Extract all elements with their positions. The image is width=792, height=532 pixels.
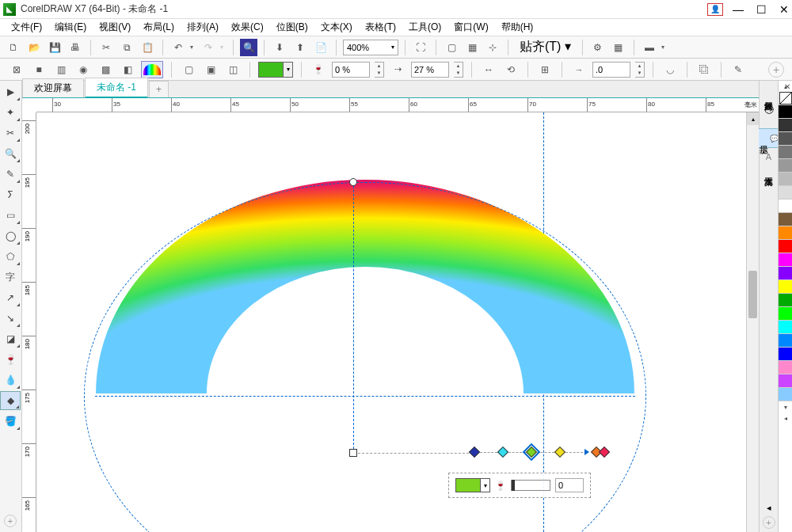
swatch-16[interactable]	[779, 321, 792, 334]
docker-lens[interactable]: 透镜	[761, 117, 776, 127]
menu-layout[interactable]: 布局(L)	[139, 19, 179, 36]
tab-welcome[interactable]: 欢迎屏幕	[22, 78, 84, 97]
swatch-0[interactable]	[779, 105, 792, 119]
mirror-fill-button[interactable]: ⟲	[502, 61, 520, 78]
no-fill-button[interactable]: ⊠	[8, 61, 25, 78]
menu-file[interactable]: 文件(F)	[6, 19, 47, 36]
swatch-6[interactable]	[779, 186, 792, 200]
menu-tools[interactable]: 工具(O)	[404, 19, 446, 36]
swatch-17[interactable]	[779, 334, 792, 348]
smooth-button[interactable]: ◡	[661, 61, 679, 78]
palette-down-button[interactable]: ▾	[779, 401, 792, 412]
swatch-none[interactable]	[779, 92, 792, 105]
top-node-handle[interactable]	[349, 178, 357, 186]
swatch-10[interactable]	[779, 240, 792, 253]
gradient-start-handle[interactable]	[349, 449, 357, 457]
quick-customize-button[interactable]: +	[0, 511, 21, 530]
conical-fill-button[interactable]: ▩	[97, 61, 114, 78]
uniform-fill-button[interactable]: ■	[30, 61, 48, 78]
swatch-18[interactable]	[779, 348, 792, 361]
close-button[interactable]: ✕	[779, 3, 789, 16]
transparency-tool[interactable]: 🍷	[0, 350, 21, 369]
open-button[interactable]: 📂	[25, 39, 43, 56]
undo-button[interactable]: ↶	[169, 39, 187, 56]
position-input[interactable]: 27 %	[411, 62, 449, 78]
new-button[interactable]: 🗋	[5, 39, 22, 56]
edit-fill-button[interactable]: ✎	[729, 61, 747, 78]
zoom-level-select[interactable]: 400%▾	[343, 40, 398, 55]
crop-tool[interactable]: ✂	[0, 124, 21, 142]
docker-obj-icon[interactable]: ◯	[762, 101, 776, 116]
cut-button[interactable]: ✂	[97, 39, 115, 56]
docker-add-button[interactable]: +	[763, 516, 775, 529]
menu-effects[interactable]: 效果(C)	[227, 19, 268, 36]
grad-stop-3[interactable]	[526, 446, 537, 458]
swatch-11[interactable]	[779, 253, 792, 267]
snap-menu[interactable]: 贴齐(T) ▾	[515, 37, 576, 57]
menu-bitmaps[interactable]: 位图(B)	[272, 19, 313, 36]
redo-button[interactable]: ↷	[200, 39, 217, 56]
color-eyedropper-tool[interactable]: 💧	[0, 370, 21, 390]
fullscreen-button[interactable]: ⛶	[412, 39, 429, 56]
connector-tool[interactable]: ↘	[0, 309, 21, 328]
square-fill-button[interactable]: ◧	[119, 61, 136, 78]
angle-spinner[interactable]: ▲▼	[635, 62, 645, 78]
docker-expand-button[interactable]: ◂	[762, 500, 776, 515]
menu-help[interactable]: 帮助(H)	[497, 19, 539, 36]
node-color-picker[interactable]: ▾	[455, 478, 490, 492]
grad-stop-2[interactable]	[497, 446, 508, 458]
grad-stop-4[interactable]	[554, 446, 565, 458]
maximize-button[interactable]: ☐	[756, 3, 767, 16]
swatch-14[interactable]	[779, 294, 792, 307]
print-button[interactable]: 🖶	[67, 39, 84, 56]
swatch-5[interactable]	[779, 173, 792, 186]
options-button[interactable]: ⚙	[589, 39, 607, 56]
linear-fill-button[interactable]: ▥	[52, 61, 70, 78]
fill-type3-button[interactable]: ◫	[224, 61, 242, 78]
ellipse-tool[interactable]: ◯	[0, 226, 21, 245]
swatch-8[interactable]	[779, 213, 792, 226]
scroll-up-button[interactable]: ▴	[747, 112, 759, 125]
scroll-thumb[interactable]	[748, 271, 757, 318]
swatch-12[interactable]	[779, 267, 792, 280]
add-preset-button[interactable]: +	[768, 62, 784, 78]
swatch-4[interactable]	[779, 159, 792, 173]
gradient-node-editor[interactable]: ▾ 🍷	[448, 473, 591, 498]
copy-button[interactable]: ⧉	[118, 39, 135, 56]
copy-fill-button[interactable]: ⿻	[695, 61, 713, 78]
drawing-canvas[interactable]: ▾ 🍷	[36, 112, 746, 532]
horizontal-ruler[interactable]: 毫米 303540455055606570758085	[36, 98, 759, 112]
parallel-dim-tool[interactable]: ↗	[0, 288, 21, 307]
swatch-7[interactable]	[779, 200, 792, 213]
show-guides-button[interactable]: ⊹	[484, 39, 501, 56]
radial-fill-button[interactable]: ◉	[74, 61, 92, 78]
text-tool[interactable]: 字	[0, 268, 21, 287]
docker-object-properties[interactable]: 对象属性	[761, 90, 776, 100]
shape-tool[interactable]: ✦	[0, 103, 21, 122]
freehand-tool[interactable]: ✎	[0, 165, 21, 184]
docker-text-icon[interactable]: A	[762, 150, 776, 164]
show-rulers-button[interactable]: ▢	[443, 39, 460, 56]
angle-input[interactable]: .0	[592, 62, 630, 78]
swatch-21[interactable]	[779, 388, 792, 401]
swatch-2[interactable]	[779, 132, 792, 146]
swatch-19[interactable]	[779, 361, 792, 374]
docker-text-properties[interactable]: 文本属性	[761, 165, 776, 175]
slider-track[interactable]	[511, 480, 550, 491]
tab-add[interactable]: +	[149, 81, 169, 97]
pick-tool[interactable]: ▶	[0, 82, 21, 101]
swatch-13[interactable]	[779, 280, 792, 294]
user-badge-icon[interactable]: 👤	[707, 3, 723, 16]
fountain-fill-preset-button[interactable]	[141, 61, 163, 78]
fill-type1-button[interactable]: ▢	[180, 61, 197, 78]
swatch-20[interactable]	[779, 374, 792, 388]
swatch-15[interactable]	[779, 307, 792, 321]
swatch-3[interactable]	[779, 146, 792, 159]
vertical-scrollbar[interactable]: ▴	[746, 112, 759, 532]
rectangle-tool[interactable]: ▭	[0, 206, 21, 225]
drop-shadow-tool[interactable]: ◪	[0, 329, 21, 348]
node-value-input[interactable]	[555, 478, 584, 492]
import-button[interactable]: ⬇	[271, 39, 288, 56]
tab-document[interactable]: 未命名 -1	[85, 78, 148, 98]
publish-pdf-button[interactable]: 📄	[312, 39, 329, 56]
